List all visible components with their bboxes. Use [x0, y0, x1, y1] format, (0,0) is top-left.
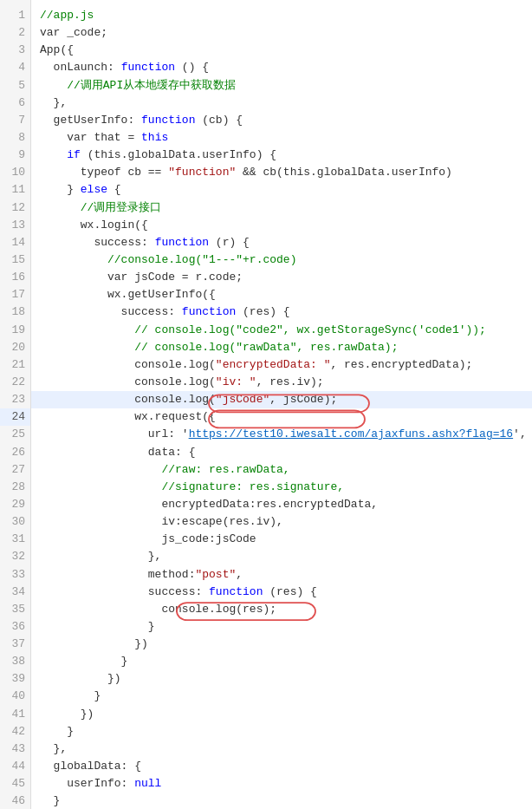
- plain-token: wx.getUserInfo({: [40, 288, 216, 301]
- code-line: } else {: [31, 181, 532, 199]
- code-line: }: [31, 688, 532, 705]
- line-number: 15: [0, 251, 30, 269]
- line-number: 17: [0, 286, 30, 303]
- line-number: 11: [0, 181, 30, 199]
- code-line: var jsCode = r.code;: [31, 269, 532, 286]
- keyword-token: function: [182, 305, 236, 318]
- plain-token: wx.request({: [40, 410, 216, 423]
- plain-token: wx.login({: [40, 219, 148, 232]
- plain-token: js_code:jsCode: [40, 532, 256, 545]
- plain-token: [40, 148, 67, 161]
- code-line: }: [31, 618, 532, 636]
- line-number: 22: [0, 374, 30, 391]
- line-number: 6: [0, 95, 30, 112]
- code-line: globalData: {: [31, 758, 532, 775]
- plain-token: }: [40, 655, 127, 668]
- line-number: 9: [0, 147, 30, 164]
- plain-token: var _code;: [40, 26, 107, 39]
- code-line: //signature: res.signature,: [31, 479, 532, 496]
- line-number: 27: [0, 461, 30, 479]
- plain-token: }): [40, 672, 121, 685]
- plain-token: }: [40, 183, 81, 196]
- line-number: 5: [0, 77, 30, 95]
- plain-token: url: ': [40, 427, 189, 440]
- line-number: 10: [0, 164, 30, 181]
- code-line: success: function (r) {: [31, 234, 532, 251]
- line-number: 25: [0, 426, 30, 443]
- plain-token: method:: [40, 568, 195, 581]
- url-token: https://test10.iwesalt.com/ajaxfuns.ashx…: [189, 427, 513, 440]
- comment-token: // console.log("rawData", res.rawData);: [40, 341, 398, 354]
- code-line: userInfo: null: [31, 775, 532, 793]
- code-line: // console.log("rawData", res.rawData);: [31, 339, 532, 356]
- plain-token: },: [40, 96, 67, 109]
- plain-token: }: [40, 794, 60, 807]
- comment-token: //signature: res.signature,: [40, 480, 344, 493]
- line-number: 20: [0, 339, 30, 356]
- keyword-token: function: [121, 61, 175, 74]
- code-line: var that = this: [31, 129, 532, 147]
- code-line: wx.login({: [31, 217, 532, 234]
- plain-token: }: [40, 620, 155, 633]
- plain-token: onLaunch:: [40, 61, 121, 74]
- line-number-gutter: 1234567891011121314151617181920212223242…: [0, 0, 31, 809]
- line-number: 26: [0, 444, 30, 461]
- code-line: data: {: [31, 444, 532, 461]
- code-line: //调用API从本地缓存中获取数据: [31, 77, 532, 95]
- keyword-token: null: [134, 777, 161, 790]
- code-line: js_code:jsCode: [31, 531, 532, 548]
- code-line: getUserInfo: function (cb) {: [31, 112, 532, 129]
- plain-token: iv:escape(res.iv),: [40, 515, 283, 528]
- line-number: 34: [0, 584, 30, 601]
- line-number: 21: [0, 356, 30, 374]
- code-line: //raw: res.rawData,: [31, 461, 532, 479]
- plain-token: encryptedData:res.encryptedData,: [40, 498, 378, 511]
- plain-token: console.log(: [40, 375, 216, 388]
- plain-token: var jsCode = r.code;: [40, 271, 243, 284]
- line-number: 45: [0, 775, 30, 793]
- line-number: 33: [0, 566, 30, 584]
- line-number: 46: [0, 793, 30, 809]
- code-line: }): [31, 670, 532, 688]
- plain-token: ,: [236, 568, 243, 581]
- code-line: onLaunch: function () {: [31, 59, 532, 76]
- string-token: "jsCode": [216, 393, 269, 406]
- code-viewer: 1234567891011121314151617181920212223242…: [0, 0, 532, 809]
- keyword-token: this: [141, 131, 168, 144]
- line-number: 35: [0, 601, 30, 618]
- line-number: 3: [0, 42, 30, 59]
- comment-token: //raw: res.rawData,: [40, 463, 290, 476]
- plain-token: globalData: {: [40, 760, 141, 773]
- code-line: typeof cb == "function" && cb(this.globa…: [31, 164, 532, 181]
- line-number: 8: [0, 129, 30, 147]
- code-line: iv:escape(res.iv),: [31, 513, 532, 531]
- line-number: 7: [0, 112, 30, 129]
- code-line: console.log("jsCode", jsCode);: [31, 391, 532, 408]
- plain-token: (cb) {: [195, 114, 243, 127]
- line-number: 41: [0, 706, 30, 723]
- code-content[interactable]: //app.jsvar _code;App({ onLaunch: functi…: [31, 0, 532, 809]
- plain-token: }: [40, 689, 101, 702]
- line-number: 30: [0, 513, 30, 531]
- line-number: 18: [0, 303, 30, 321]
- plain-token: success:: [40, 585, 209, 598]
- keyword-token: else: [81, 183, 107, 196]
- plain-token: },: [40, 550, 161, 563]
- code-line: }): [31, 636, 532, 653]
- code-line: },: [31, 548, 532, 565]
- comment-token: //调用登录接口: [40, 201, 161, 214]
- comment-token: //console.log("1---"+r.code): [40, 253, 296, 266]
- plain-token: console.log(: [40, 358, 216, 371]
- plain-token: userInfo:: [40, 777, 134, 790]
- code-line: success: function (res) {: [31, 584, 532, 601]
- code-line: encryptedData:res.encryptedData,: [31, 496, 532, 513]
- code-line: console.log("iv: ", res.iv);: [31, 374, 532, 391]
- line-number: 4: [0, 59, 30, 76]
- line-number: 16: [0, 269, 30, 286]
- code-line: }): [31, 706, 532, 723]
- comment-token: // console.log("code2", wx.getStorageSyn…: [40, 323, 486, 336]
- code-line: }: [31, 653, 532, 670]
- code-line: }: [31, 723, 532, 740]
- code-line: //app.js: [31, 7, 532, 24]
- line-number: 23: [0, 391, 30, 408]
